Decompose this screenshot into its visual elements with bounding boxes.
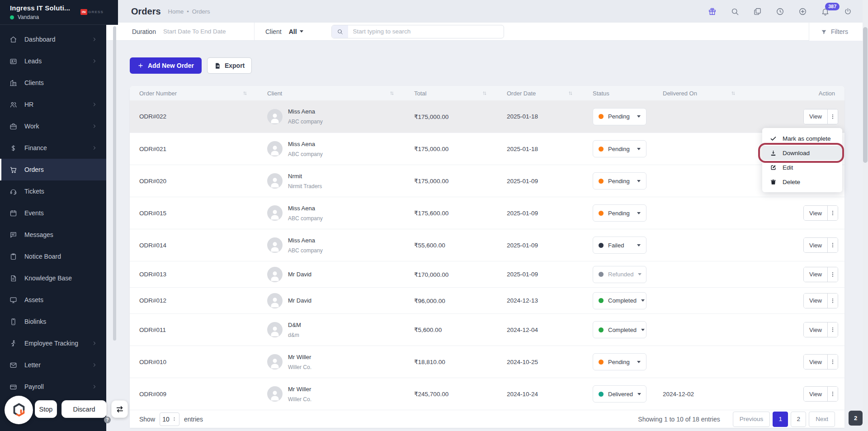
client-dropdown[interactable]: All: [289, 28, 303, 35]
sidebar-item-payroll[interactable]: Payroll: [0, 376, 106, 398]
menu-item-delete[interactable]: Delete: [762, 175, 842, 189]
row-menu-button[interactable]: [828, 294, 838, 308]
export-button[interactable]: Export: [207, 57, 252, 74]
row-menu-button[interactable]: [828, 206, 838, 220]
briefcase-icon: [9, 123, 17, 130]
menu-item-mark-as-complete[interactable]: Mark as complete: [762, 131, 842, 146]
stop-button[interactable]: Stop: [35, 400, 57, 418]
view-button[interactable]: View: [804, 267, 828, 282]
status-cell: Refunded: [583, 266, 653, 283]
sidebar-item-leads[interactable]: Leads: [0, 50, 106, 72]
total-cell: ₹18,810.00: [405, 358, 497, 365]
row-menu-button[interactable]: [828, 387, 838, 401]
page-scrollbar[interactable]: [863, 0, 868, 431]
status-dropdown[interactable]: Failed: [593, 237, 646, 254]
menu-item-edit[interactable]: Edit: [762, 160, 842, 175]
brand-logo: IN GRESS: [80, 9, 104, 15]
page-scrollbar-thumb[interactable]: [863, 27, 868, 163]
breadcrumb-separator: •: [187, 8, 189, 15]
column-header-delivered-on[interactable]: Delivered On: [653, 90, 746, 97]
page-button-previous[interactable]: Previous: [733, 412, 770, 427]
search-icon[interactable]: [731, 7, 739, 16]
help-icon[interactable]: ?: [104, 417, 111, 423]
sidebar-item-label: Messages: [24, 231, 97, 238]
status-dot: [599, 272, 604, 277]
status-dropdown[interactable]: Pending: [593, 172, 646, 189]
view-button[interactable]: View: [804, 109, 828, 124]
sidebar-item-finance[interactable]: Finance: [0, 137, 106, 159]
column-header-total[interactable]: Total: [405, 90, 497, 97]
order-date-cell: 2025-01-09: [497, 210, 583, 217]
view-button[interactable]: View: [804, 206, 828, 220]
sidebar-item-letter[interactable]: Letter: [0, 354, 106, 376]
page-button-2[interactable]: 2: [791, 412, 806, 427]
status-dropdown[interactable]: Refunded: [593, 266, 646, 283]
sidebar-item-assets[interactable]: Assets: [0, 289, 106, 311]
status-dropdown[interactable]: Delivered: [593, 385, 646, 403]
power-icon[interactable]: [844, 7, 852, 16]
sidebar-item-work[interactable]: Work: [0, 115, 106, 137]
sidebar-item-employee-tracking[interactable]: Employee Tracking: [0, 332, 106, 354]
row-menu-button[interactable]: [828, 267, 838, 282]
table-row-odr-015: ODR#015Miss AenaABC company₹175,600.0020…: [130, 197, 844, 229]
bell-icon[interactable]: 387: [821, 7, 830, 16]
discard-button[interactable]: Discard: [61, 400, 107, 418]
duration-range-input[interactable]: [163, 28, 251, 35]
plus-circle-icon[interactable]: [798, 7, 807, 16]
sidebar-item-biolinks[interactable]: Biolinks: [0, 311, 106, 332]
view-button[interactable]: View: [804, 387, 828, 401]
client-name: D&M: [288, 322, 301, 328]
plus-icon: [137, 62, 144, 69]
status-dropdown[interactable]: Pending: [593, 140, 646, 157]
entries-label: entries: [184, 416, 203, 423]
view-button[interactable]: View: [804, 322, 828, 337]
sidebar-item-label: Assets: [24, 296, 97, 303]
breadcrumb-home[interactable]: Home: [168, 8, 184, 15]
sort-icon: [730, 90, 736, 96]
sidebar-item-tickets[interactable]: Tickets: [0, 180, 106, 202]
filters-button[interactable]: Filters: [809, 23, 868, 41]
status-dropdown[interactable]: Pending: [593, 108, 646, 125]
status-dropdown[interactable]: Pending: [593, 353, 646, 370]
clock-icon[interactable]: [776, 7, 784, 16]
sidebar-item-notice-board[interactable]: Notice Board: [0, 246, 106, 267]
add-new-order-button[interactable]: Add New Order: [130, 57, 202, 74]
column-header-client[interactable]: Client: [258, 90, 405, 97]
view-button[interactable]: View: [804, 355, 828, 369]
order-date-cell: 2025-01-09: [497, 242, 583, 249]
sidebar-item-events[interactable]: Events: [0, 202, 106, 224]
row-menu-button[interactable]: [828, 355, 838, 369]
page-button-next[interactable]: Next: [809, 412, 835, 427]
row-menu-button[interactable]: [828, 322, 838, 337]
sidebar-item-dashboard[interactable]: Dashboard: [0, 28, 106, 50]
sidebar-item-orders[interactable]: Orders: [0, 159, 106, 180]
status-dropdown[interactable]: Completed: [593, 321, 646, 338]
page-button-1[interactable]: 1: [773, 412, 788, 427]
view-button[interactable]: View: [804, 294, 828, 308]
sidebar-item-hr[interactable]: HR: [0, 94, 106, 115]
status-dropdown[interactable]: Pending: [593, 204, 646, 222]
gift-icon[interactable]: [708, 7, 717, 16]
filter-bar: Duration Client All Filters: [106, 23, 868, 41]
trash-icon: [770, 179, 777, 185]
column-header-order-date[interactable]: Order Date: [497, 90, 583, 97]
row-menu-button[interactable]: [828, 109, 838, 124]
status-cell: Completed: [583, 321, 653, 338]
menu-item-download[interactable]: Download: [762, 146, 842, 160]
status-dropdown[interactable]: Completed: [593, 292, 646, 309]
search-input[interactable]: [348, 28, 504, 35]
view-button[interactable]: View: [804, 238, 828, 252]
chevron-down-icon: [637, 180, 641, 182]
sidebar-item-knowledge-base[interactable]: Knowledge Base: [0, 267, 106, 289]
sidebar-item-clients[interactable]: Clients: [0, 72, 106, 94]
notes-icon[interactable]: [753, 7, 762, 16]
row-menu-button[interactable]: [828, 238, 838, 252]
swap-button[interactable]: [111, 400, 128, 418]
page-size-select[interactable]: 10: [160, 412, 179, 426]
sidebar-scrollbar[interactable]: [113, 26, 116, 341]
sidebar-item-messages[interactable]: Messages: [0, 224, 106, 246]
status-label: Failed: [608, 242, 632, 249]
column-header-order-number[interactable]: Order Number: [130, 90, 258, 97]
action-cell: View: [746, 354, 844, 369]
assistant-logo-button[interactable]: [5, 396, 33, 424]
